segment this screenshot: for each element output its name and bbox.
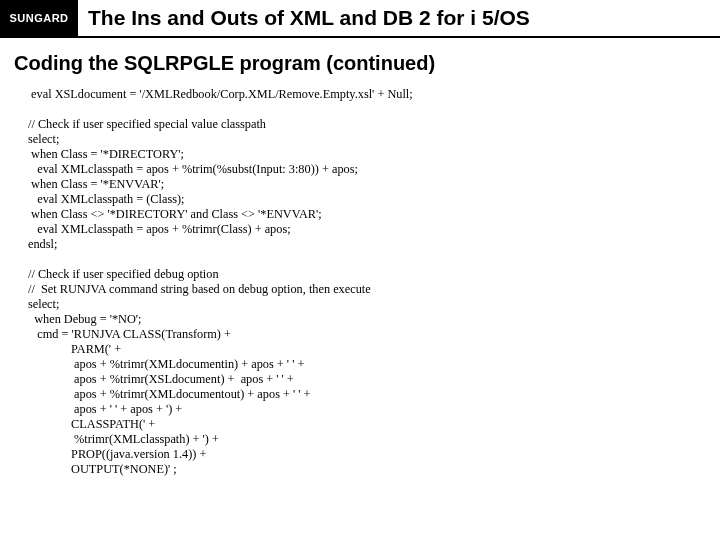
section-heading: Coding the SQLRPGLE program (continued) [0, 38, 720, 75]
slide-title: The Ins and Outs of XML and DB 2 for i 5… [78, 0, 530, 36]
slide-header: SUNGARD The Ins and Outs of XML and DB 2… [0, 0, 720, 36]
code-listing: eval XSLdocument = '/XMLRedbook/Corp.XML… [0, 75, 720, 477]
brand-logo: SUNGARD [0, 0, 78, 36]
